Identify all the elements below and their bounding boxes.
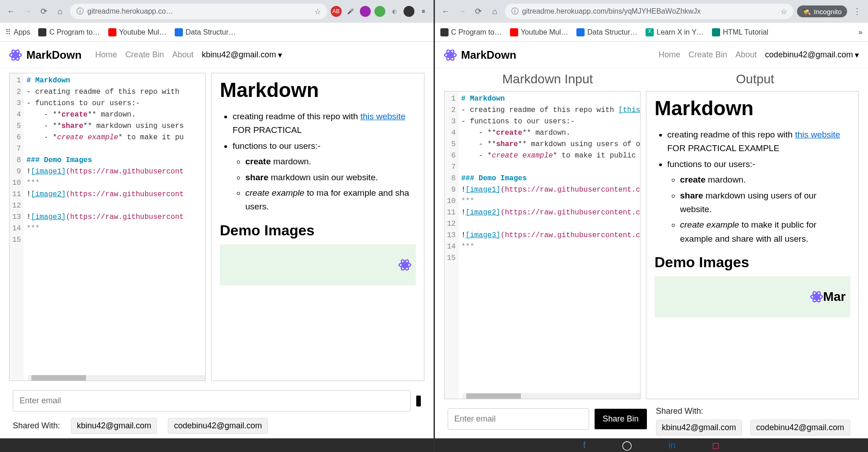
address-bar[interactable]: ⓘ gitreadme.herokuapp.co… ☆ [70,4,327,19]
shared-email-chip[interactable]: codebinu42@gmail.com [168,418,267,434]
url-text: gitreadme.herokuapp.com/bins/yqMJYHEBaWo… [522,7,701,15]
facebook-icon[interactable]: f [583,440,586,451]
shared-with-row: Shared With: kbinu42@gmail.com codebinu4… [0,416,434,438]
demo-image [220,244,415,285]
reload-button[interactable]: ⟳ [472,5,485,18]
preview-list-item: functions to our users:- create mardown.… [232,139,415,214]
bookmark-item[interactable]: Youtube Mul… [510,28,568,36]
social-footer: f ◯ in ◻ [435,438,868,452]
share-email-input[interactable] [13,390,411,411]
bookmark-item[interactable]: Data Structur… [576,28,637,36]
editor-area: 123456789101112131415 # Markdown - creat… [435,86,868,404]
extension-icon[interactable] [374,6,385,17]
input-header: Markdown Input [444,72,651,86]
bookmarks-bar: ⠿ Apps C Program to… Youtube Mul… Data S… [0,23,434,42]
user-dropdown[interactable]: kbinu42@gmail.com ▾ [202,50,282,60]
horizontal-scrollbar[interactable] [28,375,205,381]
bookmark-icon [175,28,183,36]
brand-text: MarkDown [26,49,81,61]
reload-button[interactable]: ⟳ [37,5,50,18]
svg-point-0 [14,54,16,56]
bookmark-item[interactable]: Youtube Mul… [108,28,167,36]
react-logo-icon [399,259,411,271]
linkedin-icon[interactable]: in [668,440,676,451]
instagram-icon[interactable]: ◻ [712,440,720,451]
preview-link[interactable]: this website [360,112,405,121]
nav-create-bin[interactable]: Create Bin [125,50,164,60]
share-bin-button[interactable] [416,396,421,406]
markdown-editor[interactable]: 123456789101112131415 # Markdown - creat… [444,91,641,399]
nav-home[interactable]: Home [95,50,117,60]
svg-point-12 [816,296,818,298]
bookmark-item[interactable]: C Program to… [38,28,100,36]
bookmark-icon [712,28,720,36]
site-info-icon[interactable]: ⓘ [76,7,84,16]
preview-h3: Demo Images [655,254,850,271]
shared-email-chip[interactable]: kbinu42@gmail.com [71,418,157,434]
bookmark-icon [576,28,585,36]
bookmark-icon: X [646,28,654,36]
bookmark-item[interactable]: XLearn X in Y… [646,28,704,36]
user-dropdown[interactable]: codebinu42@gmail.com ▾ [765,50,859,60]
bookmark-apps[interactable]: ⠿ Apps [5,28,30,36]
line-gutter: 123456789101112131415 [10,73,24,381]
incognito-icon: 🕵 [802,7,811,15]
home-button[interactable]: ⌂ [54,5,66,18]
bookmark-item[interactable]: C Program to… [440,28,502,36]
extension-icon[interactable] [404,6,414,17]
react-logo-icon [810,290,823,303]
extension-icon[interactable]: 🎤 [345,6,356,17]
shared-email-chip[interactable]: kbinu42@gmail.com [656,420,742,436]
app-header: MarkDown Home Create Bin About kbinu42@g… [0,42,434,68]
editor-area: 123456789101112131415 # Markdown - creat… [0,68,434,386]
share-email-input[interactable] [448,408,589,430]
preview-list-item: creating readme of this repo with this w… [667,128,850,156]
star-icon[interactable]: ☆ [314,7,321,16]
site-info-icon[interactable]: ⓘ [511,7,519,16]
nav-home[interactable]: Home [659,50,681,60]
extension-icon[interactable]: AB [331,6,342,17]
shared-with-row: Shared With: kbinu42@gmail.com codebinu4… [656,404,855,438]
chevron-down-icon: ▾ [855,50,859,60]
forward-button[interactable]: → [456,5,469,18]
nav-create-bin[interactable]: Create Bin [689,50,727,60]
extension-icon[interactable]: ◐ [389,6,400,17]
react-logo-icon [444,49,457,61]
horizontal-scrollbar[interactable] [463,393,640,399]
browser-window-left: ← → ⟳ ⌂ ⓘ gitreadme.herokuapp.co… ☆ AB 🎤… [0,0,435,452]
extension-icon[interactable]: ≡ [418,6,429,17]
browser-chrome: ← → ⟳ ⌂ ⓘ gitreadme.herokuapp.com/bins/y… [435,0,868,23]
demo-image: Mar [655,276,850,317]
code-content[interactable]: # Markdown - creating readme of this rep… [24,73,205,381]
social-footer [0,438,434,452]
shared-email-chip[interactable]: codebinu42@gmail.com [750,420,850,436]
share-bin-button[interactable]: Share Bin [595,409,647,429]
bookmark-icon [108,28,116,36]
bookmarks-overflow[interactable]: » [858,28,863,36]
nav-about[interactable]: About [736,50,757,60]
forward-button[interactable]: → [21,5,34,18]
back-button[interactable]: ← [439,5,452,18]
menu-icon[interactable]: ⋮ [851,5,863,18]
markdown-editor[interactable]: 123456789101112131415 # Markdown - creat… [9,73,206,381]
home-button[interactable]: ⌂ [489,5,501,18]
code-content[interactable]: # Markdown - creating readme of this rep… [459,91,640,399]
bookmark-icon [440,28,449,36]
address-bar[interactable]: ⓘ gitreadme.herokuapp.com/bins/yqMJYHEBa… [505,4,794,19]
github-icon[interactable]: ◯ [622,440,632,451]
bookmark-item[interactable]: HTML Tutorial [712,28,768,36]
incognito-badge[interactable]: 🕵Incognito [797,5,847,17]
preview-link[interactable]: this website [795,130,840,139]
preview-h1: Markdown [655,97,850,120]
nav-about[interactable]: About [172,50,193,60]
line-gutter: 123456789101112131415 [444,91,459,399]
bookmark-item[interactable]: Data Structur… [175,28,236,36]
star-icon[interactable]: ☆ [781,7,787,16]
preview-list-item: functions to our users:- create mardown.… [667,157,850,246]
extension-icon[interactable] [360,6,371,17]
browser-window-right: ← → ⟳ ⌂ ⓘ gitreadme.herokuapp.com/bins/y… [435,0,868,452]
preview-h3: Demo Images [220,222,415,239]
markdown-preview: Markdown creating readme of this repo wi… [211,73,424,381]
url-text: gitreadme.herokuapp.co… [87,7,173,15]
back-button[interactable]: ← [5,5,17,18]
